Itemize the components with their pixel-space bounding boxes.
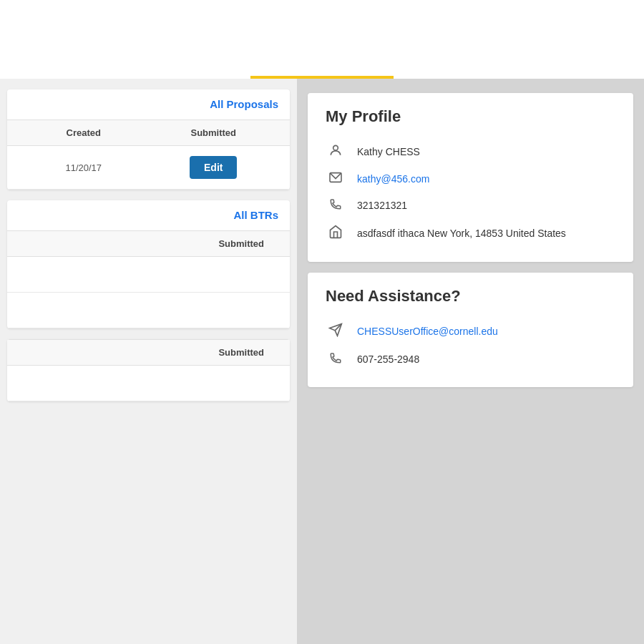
col-created-header: Created bbox=[19, 127, 149, 138]
top-bar bbox=[0, 0, 644, 79]
all-btrs-link[interactable]: All BTRs bbox=[233, 209, 278, 221]
proposal-created-date: 11/20/17 bbox=[19, 162, 149, 173]
third-table-header: Submitted bbox=[7, 339, 290, 366]
home-icon bbox=[326, 225, 346, 242]
send-icon bbox=[326, 323, 346, 340]
phone-icon bbox=[326, 197, 346, 213]
proposals-table-header: Created Submitted bbox=[7, 119, 290, 146]
assistance-phone-icon bbox=[326, 351, 346, 367]
proposals-row: 11/20/17 Edit bbox=[7, 146, 290, 190]
profile-name-row: Kathy CHESS bbox=[326, 137, 615, 166]
right-panel: My Profile Kathy CHESS kathy@ bbox=[297, 79, 644, 644]
btrs-table-header: Submitted bbox=[7, 230, 290, 257]
proposals-card: All Proposals Created Submitted 11/20/17… bbox=[7, 89, 290, 190]
profile-email: kathy@456.com bbox=[357, 173, 429, 185]
assistance-phone: 607-255-2948 bbox=[357, 353, 419, 365]
yellow-highlight-bar bbox=[250, 76, 394, 79]
third-submitted-header: Submitted bbox=[19, 347, 278, 358]
profile-email-row: kathy@456.com bbox=[326, 166, 615, 192]
profile-address-row: asdfasdf ithaca New York, 14853 United S… bbox=[326, 219, 615, 248]
btrs-header: All BTRs bbox=[7, 200, 290, 230]
btrs-submitted-header: Submitted bbox=[19, 238, 278, 249]
person-icon bbox=[326, 143, 346, 160]
assistance-phone-row: 607-255-2948 bbox=[326, 346, 615, 373]
profile-name: Kathy CHESS bbox=[357, 146, 420, 157]
left-panel: All Proposals Created Submitted 11/20/17… bbox=[0, 79, 297, 644]
proposal-submitted-cell: Edit bbox=[149, 156, 279, 179]
assistance-email-row: CHESSUserOffice@cornell.edu bbox=[326, 317, 615, 346]
profile-address: asdfasdf ithaca New York, 14853 United S… bbox=[357, 228, 566, 239]
assistance-email[interactable]: CHESSUserOffice@cornell.edu bbox=[357, 326, 498, 337]
main-content: All Proposals Created Submitted 11/20/17… bbox=[0, 79, 644, 644]
envelope-icon bbox=[326, 172, 346, 186]
edit-button[interactable]: Edit bbox=[190, 156, 237, 179]
btrs-row-2 bbox=[7, 293, 290, 328]
all-proposals-link[interactable]: All Proposals bbox=[210, 98, 278, 110]
third-card: Submitted bbox=[7, 339, 290, 401]
col-submitted-header: Submitted bbox=[149, 127, 279, 138]
profile-title: My Profile bbox=[326, 107, 615, 126]
btrs-card: All BTRs Submitted bbox=[7, 200, 290, 328]
btrs-row-1 bbox=[7, 257, 290, 293]
profile-phone: 321321321 bbox=[357, 200, 407, 211]
profile-card: My Profile Kathy CHESS kathy@ bbox=[308, 93, 633, 262]
assistance-card: Need Assistance? CHESSUserOffice@cornell… bbox=[308, 273, 633, 387]
assistance-title: Need Assistance? bbox=[326, 287, 615, 306]
profile-phone-row: 321321321 bbox=[326, 192, 615, 219]
proposals-header: All Proposals bbox=[7, 89, 290, 119]
third-row-1 bbox=[7, 366, 290, 401]
svg-point-0 bbox=[333, 145, 338, 150]
